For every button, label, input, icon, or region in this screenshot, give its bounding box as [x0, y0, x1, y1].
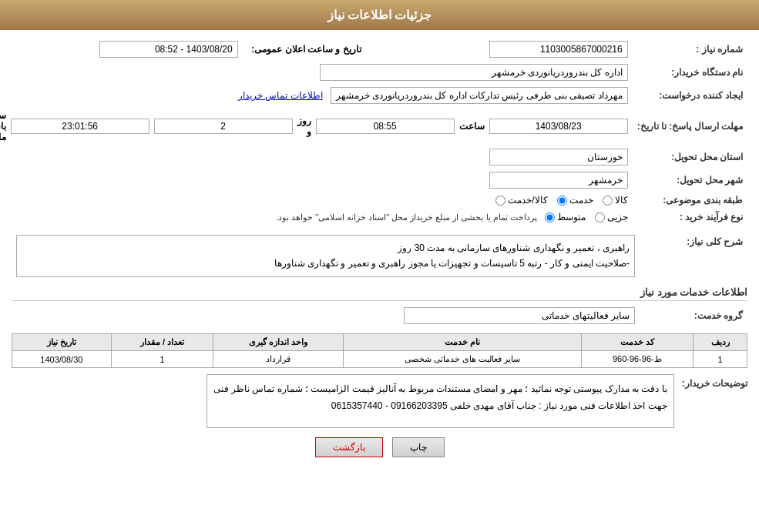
col-name: نام خدمت: [343, 334, 581, 351]
tabaqe-khadamat-label: خدمت: [569, 195, 593, 206]
tabaqe-khadamat[interactable]: خدمت: [557, 195, 593, 206]
goroh-value: سایر فعالیتهای خدماتی: [404, 307, 635, 324]
tabaqe-kala-khadamat[interactable]: کالا/خدمت: [495, 195, 547, 206]
type-label: نوع فرآیند خرید :: [633, 209, 747, 226]
tozihat-line1: با دقت به مدارک پیوستی توجه نمائید ؛ مهر…: [213, 381, 667, 398]
tarix-label: تاریخ و ساعت اعلان عمومی:: [243, 38, 366, 61]
tozihat-line2: جهت اخذ اطلاعات فنی مورد نیاز : جناب آقا…: [213, 398, 667, 415]
back-button[interactable]: بازگشت: [315, 437, 383, 457]
ijad-konande-value: مهرداد تصیفی بنی طرفی رئیس تداركات اداره…: [331, 87, 628, 104]
sharh-box: راهبری ، تعمیر و نگهداری شناورهای سازمان…: [16, 235, 635, 277]
cell-name: سایر فعالیت های خدماتی شخصی: [343, 351, 581, 368]
ijad-konande-label: ایجاد کننده درخواست:: [633, 84, 747, 107]
cell-radif: 1: [694, 351, 747, 368]
sharh-line1: راهبری ، تعمیر و نگهداری شناورهای سازمان…: [22, 240, 630, 256]
print-button[interactable]: چاپ: [392, 437, 445, 457]
cell-code: ط-96-96-960: [581, 351, 693, 368]
nam-dastgah-value: اداره کل بندروردریانوردی خرمشهر: [320, 64, 628, 81]
tabaqe-kala[interactable]: کالا: [603, 195, 628, 206]
ostan-value: خوزستان: [489, 149, 628, 166]
tabaqe-kala-khadamat-label: کالا/خدمت: [508, 195, 547, 206]
days-label: روز و: [297, 115, 311, 137]
goroh-label: گروه خدمت:: [640, 304, 747, 327]
shomara-niaz-value: 1103005867000216: [489, 41, 628, 58]
sharh-label: شرح کلی نیاز:: [640, 232, 747, 280]
services-table: ردیف کد خدمت نام خدمت واحد اندازه گیری ت…: [12, 333, 747, 368]
khadamat-section-title: اطلاعات خدمات مورد نیاز: [12, 286, 747, 301]
tarix-value: 1403/08/20 - 08:52: [99, 41, 238, 58]
days-value: 2: [154, 119, 293, 134]
time-value: 08:55: [316, 119, 455, 134]
tabaqe-kala-label: کالا: [615, 195, 628, 206]
page-header: جزئیات اطلاعات نیاز: [0, 0, 759, 30]
cell-unit: قرارداد: [213, 351, 344, 368]
col-count: تعداد / مقدار: [111, 334, 213, 351]
ostan-label: استان محل تحویل:: [633, 146, 747, 169]
cell-date: 1403/08/30: [12, 351, 112, 368]
cell-count: 1: [111, 351, 213, 368]
nam-dastgah-label: نام دستگاه خریدار:: [633, 61, 747, 84]
tozihat-box: با دقت به مدارک پیوستی توجه نمائید ؛ مهر…: [207, 374, 674, 428]
tozihat-label: توضیحات خریدار:: [682, 378, 747, 389]
type-motavasset-label: متوسط: [557, 212, 586, 223]
shahr-label: شهر محل تحویل:: [633, 169, 747, 192]
time-label: ساعت: [459, 121, 485, 132]
type-jozi-label: جزیی: [607, 212, 628, 223]
type-motavasset[interactable]: متوسط: [545, 212, 586, 223]
shomara-niaz-label: شماره نیاز :: [633, 38, 747, 61]
col-radif: ردیف: [694, 334, 747, 351]
countdown-label: ساعت باقی مانده: [0, 110, 6, 142]
shahr-value: خرمشهر: [489, 172, 628, 189]
type-jozi[interactable]: جزیی: [595, 212, 628, 223]
sharh-line2: -صلاحیت ایمنی و کار - رتبه 5 تاسیسات و ت…: [22, 256, 630, 271]
contact-info-link[interactable]: اطلاعات تماس خریدار: [238, 90, 323, 101]
tabaqe-label: طبقه بندی موضوعی:: [633, 192, 747, 209]
col-code: کد خدمت: [581, 334, 693, 351]
countdown-value: 23:01:56: [11, 119, 149, 134]
col-unit: واحد اندازه گیری: [213, 334, 344, 351]
type-note: پرداخت تمام یا بخشی از مبلغ خریداز محل "…: [276, 212, 537, 223]
mohlat-label: مهلت ارسال پاسخ: تا تاریخ:: [633, 107, 747, 146]
table-row: 1ط-96-96-960سایر فعالیت های خدماتی شخصیق…: [12, 351, 747, 368]
page-title: جزئیات اطلاعات نیاز: [327, 8, 432, 22]
date-value: 1403/08/23: [489, 119, 628, 134]
col-date: تاریخ نیاز: [12, 334, 112, 351]
